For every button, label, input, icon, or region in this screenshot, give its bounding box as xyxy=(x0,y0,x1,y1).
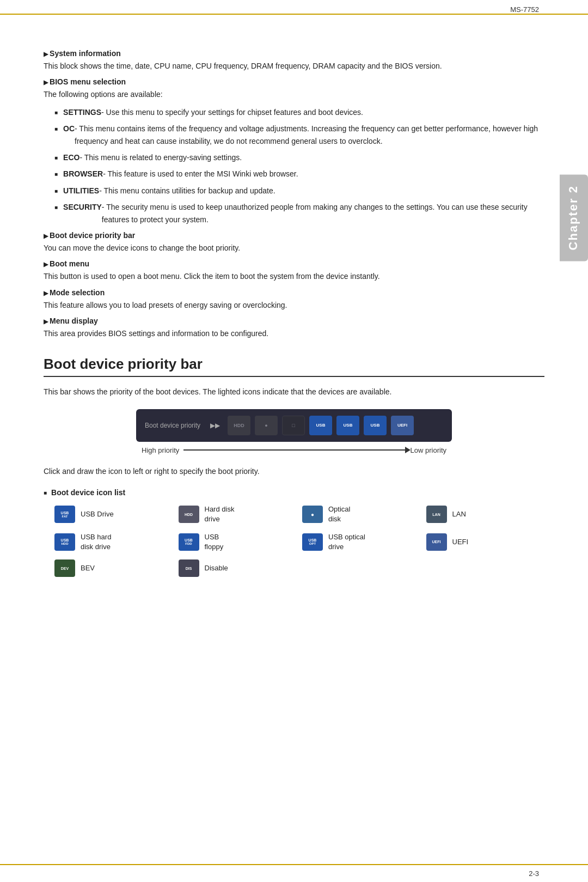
bios-menu-heading: BIOS menu selection xyxy=(44,77,544,86)
usb-floppy-icon: USB FDD xyxy=(179,533,199,551)
boot-bar: Boot device priority ▶▶ HDD ● □ USB USB xyxy=(136,409,452,442)
usb-hdd-icon: USB HDD xyxy=(54,533,75,551)
icon-item-usb-optical: USB OPT USB opticaldrive xyxy=(302,532,421,552)
icon-item-uefi: UEFI UEFI xyxy=(426,532,545,552)
desc-utilities: - This menu contains utilities for backu… xyxy=(99,185,275,197)
desc-security: - The security menu is used to keep unau… xyxy=(102,201,544,226)
mode-selection-heading: Mode selection xyxy=(44,288,544,297)
bios-menu-intro: The following options are available: xyxy=(44,88,544,100)
uefi-icon: UEFI xyxy=(426,533,447,551)
boot-icon-uefi[interactable]: UEFI xyxy=(391,416,414,435)
priority-arrow-container: High priority Low priority xyxy=(136,446,452,454)
menu-display-heading: Menu display xyxy=(44,317,544,325)
bev-label: BEV xyxy=(81,563,95,573)
boot-icon-optical[interactable]: ● xyxy=(255,416,278,435)
disable-label: Disable xyxy=(205,563,228,573)
bios-menu-list: SETTINGS - Use this menu to specify your… xyxy=(54,106,544,226)
icon-item-optical: ● Opticaldisk xyxy=(302,504,421,524)
boot-bar-container: Boot device priority ▶▶ HDD ● □ USB USB xyxy=(44,409,544,454)
icon-list-heading: Boot device icon list xyxy=(44,488,544,497)
icon-item-hdd: HDD Hard diskdrive xyxy=(179,504,297,524)
icon-grid: USB FAT USB Drive HDD Hard diskdrive ● O… xyxy=(54,504,544,577)
list-item: BROWSER - This feature is used to enter … xyxy=(54,168,544,180)
mode-selection-body: This feature allows you to load presets … xyxy=(44,299,544,311)
hdd-icon: HDD xyxy=(179,506,199,523)
list-item: UTILITIES - This menu contains utilities… xyxy=(54,185,544,197)
system-info-body: This block shows the time, date, CPU nam… xyxy=(44,60,544,72)
usb-drive-icon: USB FAT xyxy=(54,506,75,523)
boot-menu-body: This button is used to open a boot menu.… xyxy=(44,270,544,282)
term-utilities: UTILITIES xyxy=(63,185,99,197)
icon-list-section: Boot device icon list USB FAT USB Drive … xyxy=(44,488,544,577)
list-item: SECURITY - The security menu is used to … xyxy=(54,201,544,226)
usb-hdd-label: USB harddisk drive xyxy=(81,532,111,552)
footer-bar: 2-3 xyxy=(0,864,588,882)
system-info-heading: System information xyxy=(44,49,544,58)
term-security: SECURITY xyxy=(63,201,102,213)
list-item: OC - This menu contains items of the fre… xyxy=(54,123,544,147)
drag-instruction: Click and draw the icon to left or right… xyxy=(44,465,544,477)
arrow-indicator: ▶▶ xyxy=(210,422,220,429)
page-content: System information This block shows the … xyxy=(0,0,588,610)
main-content: System information This block shows the … xyxy=(44,49,544,577)
boot-priority-intro-body: You can move the device icons to change … xyxy=(44,242,544,254)
menu-display-body: This area provides BIOS settings and inf… xyxy=(44,327,544,339)
lan-label: LAN xyxy=(452,509,466,519)
term-settings: SETTINGS xyxy=(63,106,101,118)
boot-icon-usb3[interactable]: USB xyxy=(364,416,387,435)
icon-item-usb-hdd: USB HDD USB harddisk drive xyxy=(54,532,173,552)
boot-icon-hdd[interactable]: HDD xyxy=(228,416,250,435)
desc-oc: - This menu contains items of the freque… xyxy=(75,123,544,147)
disable-icon: DIS xyxy=(179,559,199,577)
high-priority-label: High priority xyxy=(142,446,179,454)
term-browser: BROWSER xyxy=(63,168,103,180)
boot-menu-heading: Boot menu xyxy=(44,259,544,268)
hdd-label: Hard diskdrive xyxy=(205,504,235,524)
usb-drive-label: USB Drive xyxy=(81,509,114,519)
boot-priority-intro-heading: Boot device priority bar xyxy=(44,231,544,240)
boot-icon-usb2[interactable]: USB xyxy=(336,416,359,435)
icon-item-usb-drive: USB FAT USB Drive xyxy=(54,504,173,524)
icon-item-bev: DEV BEV xyxy=(54,559,173,577)
optical-icon: ● xyxy=(302,506,323,523)
lan-icon: LAN xyxy=(426,506,447,523)
boot-section-title: Boot device priority bar xyxy=(44,356,544,377)
icon-item-disable: DIS Disable xyxy=(179,559,297,577)
icon-item-lan: LAN LAN xyxy=(426,504,545,524)
usb-floppy-label: USBfloppy xyxy=(205,532,224,552)
optical-label: Opticaldisk xyxy=(328,504,350,524)
page-number: 2-3 xyxy=(529,869,539,878)
low-priority-label: Low priority xyxy=(411,446,446,454)
icon-item-usb-floppy: USB FDD USBfloppy xyxy=(179,532,297,552)
desc-eco: - This menu is related to energy-saving … xyxy=(79,151,242,163)
boot-icon-disk[interactable]: □ xyxy=(282,416,305,435)
term-oc: OC xyxy=(63,123,75,135)
boot-bar-label: Boot device priority xyxy=(145,422,200,429)
list-item: ECO - This menu is related to energy-sav… xyxy=(54,151,544,163)
desc-settings: - Use this menu to specify your settings… xyxy=(101,106,363,118)
bev-icon: DEV xyxy=(54,559,75,577)
term-eco: ECO xyxy=(63,151,79,163)
boot-section-intro: This bar shows the priority of the boot … xyxy=(44,386,544,398)
usb-optical-label: USB opticaldrive xyxy=(328,532,365,552)
boot-icon-usb1[interactable]: USB xyxy=(309,416,332,435)
uefi-label: UEFI xyxy=(452,537,469,547)
list-item: SETTINGS - Use this menu to specify your… xyxy=(54,106,544,118)
usb-optical-icon: USB OPT xyxy=(302,533,323,551)
desc-browser: - This feature is used to enter the MSI … xyxy=(103,168,298,180)
priority-arrow-line xyxy=(183,449,406,451)
